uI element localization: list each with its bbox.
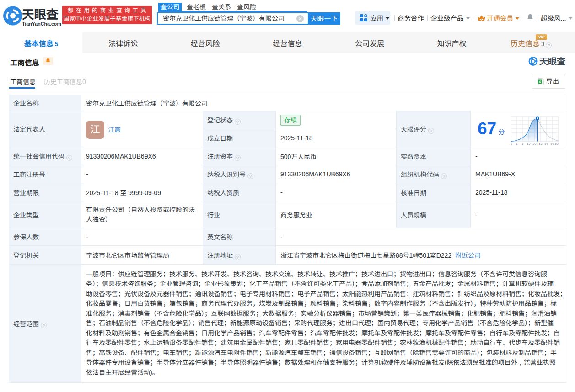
- svg-text:1: 1: [516, 142, 518, 145]
- svg-text:50: 50: [533, 142, 537, 145]
- svg-text:15: 15: [527, 142, 531, 145]
- svg-text:天眼查: 天眼查: [539, 56, 566, 66]
- svg-text:85: 85: [539, 142, 543, 145]
- svg-text:99: 99: [551, 142, 554, 145]
- svg-text:100: 100: [554, 142, 559, 145]
- svg-text:3: 3: [522, 142, 524, 145]
- svg-text:0: 0: [511, 142, 512, 145]
- svg-text:97: 97: [545, 142, 548, 145]
